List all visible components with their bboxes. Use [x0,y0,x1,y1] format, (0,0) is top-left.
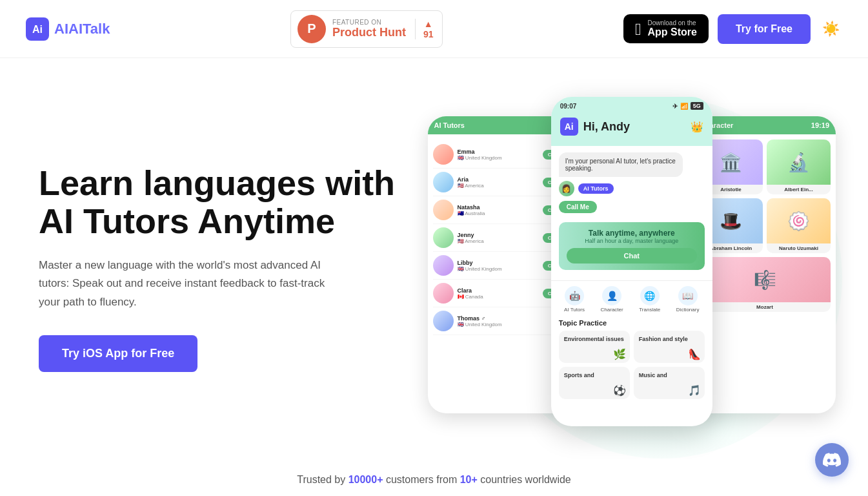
tutor-info: Clara 🇨🇦 Canada [458,287,539,300]
topic-emoji: 🎵 [688,384,701,397]
char-header: Character 19:19 [694,116,836,134]
list-item: Thomas ♂ 🇬🇧 United Kingdom [433,307,565,335]
char-avatar-mozart: 🎼 [699,257,831,302]
list-item[interactable]: Environmental issues 🌿 [559,331,630,363]
list-item[interactable]: Music and 🎵 [634,367,705,399]
dictionary-icon-item[interactable]: 📖 Dictionary [676,286,700,313]
ph-votes: ▲ 91 [415,19,434,39]
list-item: Jenny 🇺🇸 America Chat [433,224,565,252]
tutor-location: 🇬🇧 United Kingdom [458,322,565,327]
hero-cta-button[interactable]: Try iOS App for Free [39,335,197,372]
ai-tutors-icon-label: AI Tutors [564,307,585,313]
tutor-avatar [433,200,454,220]
character-icon-item[interactable]: 👤 Character [601,286,623,313]
apple-icon:  [635,21,641,37]
wifi-icon: 📶 [680,103,688,110]
tutor-location: 🇦🇺 Australia [458,211,539,216]
status-icons: ✈ 📶 5G [672,102,703,110]
ph-count: 91 [423,29,434,39]
tutor-info: Natasha 🇦🇺 Australia [458,204,539,216]
topic-emoji: 👠 [688,348,701,360]
ph-arrow-icon: ▲ [424,19,433,29]
tutor-name: Emma [458,149,539,155]
ph-name: Product Hunt [332,26,406,39]
list-item: Aria 🇺🇸 America Chat [433,169,565,196]
char-name: Mozart [699,302,831,312]
tutor-info: Emma 🇬🇧 United Kingdom [458,149,539,161]
tutor-avatar [433,172,454,192]
ph-icon: P [298,15,326,43]
crown-icon: 👑 [691,121,703,133]
list-item[interactable]: Fashion and style 👠 [634,331,705,363]
tutor-location: 🇺🇸 America [458,238,539,244]
tutor-name: Thomas ♂ [458,315,565,322]
svg-text:Ai: Ai [32,24,43,35]
tutor-name: Clara [458,287,539,294]
tutor-avatar [433,144,454,165]
app-store-button[interactable]:  Download on the App Store [623,14,709,43]
greeting-text: Hi, Andy [583,120,630,134]
list-item[interactable]: 🔬 Albert Ein... [767,140,831,194]
discord-icon [823,451,841,469]
trusted-countries: 10+ [460,474,478,485]
ai-tutors-label: AI Tutors [578,183,614,194]
left-phone-header: AI Tutors [428,116,570,134]
topic-name: Music and [639,372,667,378]
list-item[interactable]: 🎼 Mozart [699,257,831,312]
char-avatar-naruto: 🍥 [767,198,831,243]
trusted-prefix: Trusted by [297,474,348,485]
logo-icon: Ai [26,17,49,41]
phone-left: AI Tutors Emma 🇬🇧 United Kingdom Chat Ar… [428,116,570,413]
tutor-location: 🇬🇧 United Kingdom [458,266,539,272]
tutor-info: Thomas ♂ 🇬🇧 United Kingdom [458,315,565,327]
chat-button[interactable]: Chat [567,248,697,264]
topic-emoji: ⚽ [613,384,626,397]
topic-emoji: 🌿 [613,348,626,360]
character-grid: 🏛️ Aristotle 🔬 Albert Ein... 🎩 Abraham L… [694,134,836,317]
list-item[interactable]: 🍥 Naruto Uzumaki [767,198,831,253]
logo-area[interactable]: Ai AIAITalk [26,17,110,41]
phone-app-header: Ai Hi, Andy 👑 [551,112,712,146]
translate-icon-item[interactable]: 🌐 Translate [639,286,660,313]
avatar-row: 👩 AI Tutors [559,181,705,196]
try-free-button[interactable]: Try for Free [718,14,811,44]
topic-practice: Topic Practice Environmental issues 🌿 Fa… [551,315,712,403]
tutor-avatar [433,311,454,331]
call-me-button[interactable]: Call Me [559,201,597,213]
list-item: Libby 🇬🇧 United Kingdom Chat [433,252,565,280]
char-avatar-einstein: 🔬 [767,140,831,185]
list-item[interactable]: Sports and ⚽ [559,367,630,399]
phone-banner: Talk anytime, anywhere Half an hour a da… [559,222,705,270]
tutor-list: Emma 🇬🇧 United Kingdom Chat Aria 🇺🇸 Amer… [428,134,570,342]
topic-name: Environmental issues [564,336,624,342]
discord-button[interactable] [815,443,849,477]
dictionary-icon: 📖 [678,286,698,305]
phone-icons-row: 🤖 AI Tutors 👤 Character 🌐 Translate 📖 Di… [551,280,712,315]
navbar: Ai AIAITalk P FEATURED ON Product Hunt ▲… [0,0,868,58]
theme-toggle-button[interactable]: ☀️ [820,18,842,40]
hero-left: Learn languages with AI Tutors Anytime M… [39,164,434,372]
hero-right: AI Tutors Emma 🇬🇧 United Kingdom Chat Ar… [434,97,830,439]
bot-message: I'm your personal AI tutor, let's practi… [559,152,683,177]
tutor-name: Aria [458,176,539,183]
tutor-info: Libby 🇬🇧 United Kingdom [458,260,539,272]
banner-title: Talk anytime, anywhere [567,229,697,238]
list-item: Clara 🇨🇦 Canada Chat [433,280,565,307]
tutor-avatar-main: 👩 [559,181,574,196]
ai-tutors-icon: 🤖 [565,286,584,305]
dictionary-icon-label: Dictionary [676,307,700,313]
tutor-location: 🇨🇦 Canada [458,294,539,300]
app-store-small: Download on the [648,19,697,26]
tutor-avatar [433,283,454,304]
tutor-name: Libby [458,260,539,266]
ai-tutors-icon-item[interactable]: 🤖 AI Tutors [564,286,585,313]
tutor-avatar [433,255,454,276]
trusted-section: Trusted by 10000+ customers from 10+ cou… [0,459,868,496]
tutor-location: 🇺🇸 America [458,183,539,189]
phone-status-bar: 09:07 ✈ 📶 5G [551,97,712,112]
tutor-name: Jenny [458,232,539,238]
character-icon-label: Character [601,307,623,313]
product-hunt-badge[interactable]: P FEATURED ON Product Hunt ▲ 91 [290,10,443,48]
app-store-big: App Store [648,26,697,38]
hero-title: Learn languages with AI Tutors Anytime [39,164,409,241]
